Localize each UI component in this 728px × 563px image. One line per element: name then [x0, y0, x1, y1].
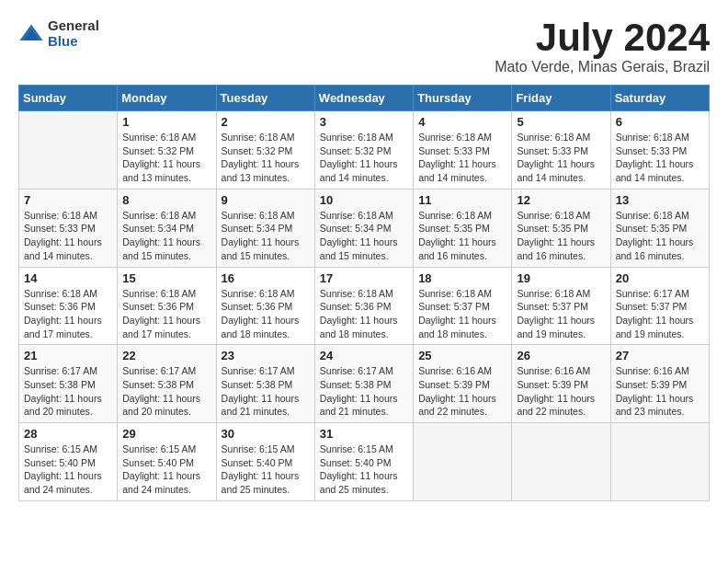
day-info: Sunrise: 6:17 AMSunset: 5:38 PMDaylight:…	[320, 364, 408, 419]
day-cell: 19Sunrise: 6:18 AMSunset: 5:37 PMDayligh…	[512, 267, 610, 345]
day-info: Sunrise: 6:17 AMSunset: 5:38 PMDaylight:…	[122, 364, 210, 419]
day-cell	[610, 423, 709, 501]
day-number: 3	[320, 115, 408, 129]
day-cell: 26Sunrise: 6:16 AMSunset: 5:39 PMDayligh…	[512, 345, 610, 423]
day-number: 4	[418, 115, 506, 129]
day-info: Sunrise: 6:18 AMSunset: 5:33 PMDaylight:…	[24, 209, 112, 263]
day-info: Sunrise: 6:18 AMSunset: 5:37 PMDaylight:…	[418, 287, 506, 341]
day-header-monday: Monday	[118, 86, 216, 111]
day-number: 23	[222, 349, 310, 362]
week-row-5: 28Sunrise: 6:15 AMSunset: 5:40 PMDayligh…	[19, 423, 710, 501]
day-number: 8	[122, 193, 210, 207]
logo-blue: Blue	[48, 34, 99, 50]
day-number: 12	[517, 193, 605, 207]
logo-icon	[18, 21, 44, 47]
day-number: 1	[122, 115, 210, 129]
day-number: 18	[418, 271, 506, 285]
week-row-3: 14Sunrise: 6:18 AMSunset: 5:36 PMDayligh…	[19, 267, 710, 345]
day-cell: 20Sunrise: 6:17 AMSunset: 5:37 PMDayligh…	[610, 267, 709, 345]
day-number: 2	[222, 115, 310, 129]
day-cell: 16Sunrise: 6:18 AMSunset: 5:36 PMDayligh…	[216, 267, 314, 345]
day-cell: 18Sunrise: 6:18 AMSunset: 5:37 PMDayligh…	[414, 267, 512, 345]
day-cell: 30Sunrise: 6:15 AMSunset: 5:40 PMDayligh…	[216, 423, 314, 501]
day-info: Sunrise: 6:18 AMSunset: 5:33 PMDaylight:…	[418, 131, 506, 185]
day-number: 29	[122, 427, 210, 441]
day-cell: 13Sunrise: 6:18 AMSunset: 5:35 PMDayligh…	[610, 189, 709, 267]
day-number: 24	[320, 349, 408, 362]
day-number: 13	[616, 193, 704, 207]
day-number: 19	[517, 271, 605, 285]
days-header-row: SundayMondayTuesdayWednesdayThursdayFrid…	[19, 86, 710, 111]
day-info: Sunrise: 6:18 AMSunset: 5:36 PMDaylight:…	[320, 287, 408, 341]
day-info: Sunrise: 6:16 AMSunset: 5:39 PMDaylight:…	[616, 364, 704, 419]
day-number: 16	[222, 271, 310, 285]
day-info: Sunrise: 6:15 AMSunset: 5:40 PMDaylight:…	[320, 442, 408, 497]
title-area: July 2024 Mato Verde, Minas Gerais, Braz…	[495, 18, 710, 75]
day-cell: 22Sunrise: 6:17 AMSunset: 5:38 PMDayligh…	[118, 345, 216, 423]
day-number: 20	[616, 271, 704, 285]
day-number: 17	[320, 271, 408, 285]
week-row-2: 7Sunrise: 6:18 AMSunset: 5:33 PMDaylight…	[19, 189, 710, 267]
day-cell: 6Sunrise: 6:18 AMSunset: 5:33 PMDaylight…	[610, 111, 709, 190]
day-number: 28	[24, 427, 112, 441]
day-info: Sunrise: 6:18 AMSunset: 5:32 PMDaylight:…	[320, 131, 408, 185]
day-info: Sunrise: 6:15 AMSunset: 5:40 PMDaylight:…	[24, 442, 112, 497]
day-info: Sunrise: 6:18 AMSunset: 5:36 PMDaylight:…	[24, 287, 112, 341]
calendar-table: SundayMondayTuesdayWednesdayThursdayFrid…	[18, 85, 710, 501]
day-cell: 3Sunrise: 6:18 AMSunset: 5:32 PMDaylight…	[314, 111, 413, 190]
day-cell: 14Sunrise: 6:18 AMSunset: 5:36 PMDayligh…	[19, 267, 118, 345]
day-cell: 28Sunrise: 6:15 AMSunset: 5:40 PMDayligh…	[19, 423, 118, 501]
day-cell	[414, 423, 512, 501]
month-title: July 2024	[495, 18, 710, 57]
day-info: Sunrise: 6:18 AMSunset: 5:33 PMDaylight:…	[517, 131, 605, 185]
day-cell: 17Sunrise: 6:18 AMSunset: 5:36 PMDayligh…	[314, 267, 413, 345]
day-info: Sunrise: 6:17 AMSunset: 5:38 PMDaylight:…	[24, 364, 112, 419]
day-number: 15	[122, 271, 210, 285]
day-number: 25	[418, 349, 506, 362]
day-header-wednesday: Wednesday	[314, 86, 413, 111]
day-info: Sunrise: 6:16 AMSunset: 5:39 PMDaylight:…	[517, 364, 605, 419]
logo: General Blue	[18, 18, 99, 49]
day-header-friday: Friday	[512, 86, 610, 111]
logo-text: General Blue	[48, 18, 99, 49]
day-cell: 25Sunrise: 6:16 AMSunset: 5:39 PMDayligh…	[414, 345, 512, 423]
day-info: Sunrise: 6:18 AMSunset: 5:34 PMDaylight:…	[222, 209, 310, 263]
day-info: Sunrise: 6:18 AMSunset: 5:32 PMDaylight:…	[222, 131, 310, 185]
day-cell: 10Sunrise: 6:18 AMSunset: 5:34 PMDayligh…	[314, 189, 413, 267]
day-number: 7	[24, 193, 112, 207]
day-cell: 8Sunrise: 6:18 AMSunset: 5:34 PMDaylight…	[118, 189, 216, 267]
day-cell: 27Sunrise: 6:16 AMSunset: 5:39 PMDayligh…	[610, 345, 709, 423]
day-number: 11	[418, 193, 506, 207]
day-info: Sunrise: 6:18 AMSunset: 5:34 PMDaylight:…	[122, 209, 210, 263]
week-row-1: 1Sunrise: 6:18 AMSunset: 5:32 PMDaylight…	[19, 111, 710, 190]
day-info: Sunrise: 6:18 AMSunset: 5:35 PMDaylight:…	[616, 209, 704, 263]
day-number: 6	[616, 115, 704, 129]
day-info: Sunrise: 6:18 AMSunset: 5:32 PMDaylight:…	[122, 131, 210, 185]
location: Mato Verde, Minas Gerais, Brazil	[495, 59, 710, 75]
day-info: Sunrise: 6:18 AMSunset: 5:36 PMDaylight:…	[222, 287, 310, 341]
day-cell: 15Sunrise: 6:18 AMSunset: 5:36 PMDayligh…	[118, 267, 216, 345]
day-info: Sunrise: 6:15 AMSunset: 5:40 PMDaylight:…	[222, 442, 310, 497]
day-cell	[19, 111, 118, 190]
day-cell: 7Sunrise: 6:18 AMSunset: 5:33 PMDaylight…	[19, 189, 118, 267]
day-cell: 12Sunrise: 6:18 AMSunset: 5:35 PMDayligh…	[512, 189, 610, 267]
day-cell: 23Sunrise: 6:17 AMSunset: 5:38 PMDayligh…	[216, 345, 314, 423]
day-info: Sunrise: 6:18 AMSunset: 5:36 PMDaylight:…	[122, 287, 210, 341]
day-cell: 24Sunrise: 6:17 AMSunset: 5:38 PMDayligh…	[314, 345, 413, 423]
day-number: 27	[616, 349, 704, 362]
day-cell: 2Sunrise: 6:18 AMSunset: 5:32 PMDaylight…	[216, 111, 314, 190]
day-info: Sunrise: 6:18 AMSunset: 5:35 PMDaylight:…	[418, 209, 506, 263]
day-number: 21	[24, 349, 112, 362]
day-info: Sunrise: 6:18 AMSunset: 5:34 PMDaylight:…	[320, 209, 408, 263]
day-info: Sunrise: 6:15 AMSunset: 5:40 PMDaylight:…	[122, 442, 210, 497]
day-cell: 11Sunrise: 6:18 AMSunset: 5:35 PMDayligh…	[414, 189, 512, 267]
day-number: 31	[320, 427, 408, 441]
day-cell: 4Sunrise: 6:18 AMSunset: 5:33 PMDaylight…	[414, 111, 512, 190]
day-header-sunday: Sunday	[19, 86, 118, 111]
day-number: 30	[222, 427, 310, 441]
day-info: Sunrise: 6:16 AMSunset: 5:39 PMDaylight:…	[418, 364, 506, 419]
logo-general: General	[48, 18, 99, 34]
day-cell: 1Sunrise: 6:18 AMSunset: 5:32 PMDaylight…	[118, 111, 216, 190]
day-cell: 5Sunrise: 6:18 AMSunset: 5:33 PMDaylight…	[512, 111, 610, 190]
day-cell: 31Sunrise: 6:15 AMSunset: 5:40 PMDayligh…	[314, 423, 413, 501]
